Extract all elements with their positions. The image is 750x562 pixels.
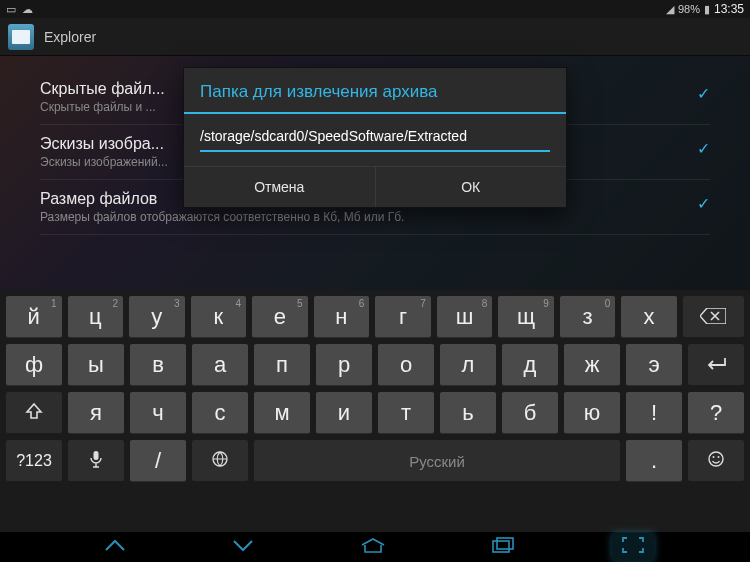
extract-path-input[interactable]: [200, 124, 550, 152]
globe-icon: [211, 448, 229, 474]
shift-icon: [25, 400, 43, 426]
setting-subtitle: Размеры файлов отображаются соответствен…: [40, 210, 710, 224]
language-key[interactable]: [192, 440, 248, 482]
key-letter[interactable]: 8ш: [437, 296, 493, 338]
key-letter[interactable]: ч: [130, 392, 186, 434]
key-letter[interactable]: ь: [440, 392, 496, 434]
cloud-icon: ☁: [22, 3, 33, 16]
backspace-icon: [700, 304, 726, 330]
svg-point-2: [709, 452, 723, 466]
cancel-button[interactable]: Отмена: [184, 167, 375, 207]
keyboard-row-3: я ч с м и т ь б ю ! ?: [6, 392, 744, 434]
svg-point-4: [718, 456, 720, 458]
svg-rect-0: [94, 451, 99, 460]
svg-rect-5: [493, 541, 509, 552]
key-letter[interactable]: ю: [564, 392, 620, 434]
key-letter[interactable]: т: [378, 392, 434, 434]
dialog-title: Папка для извлечения архива: [184, 68, 566, 112]
key-letter[interactable]: 7г: [375, 296, 431, 338]
dialog-divider: [184, 112, 566, 114]
backspace-key[interactable]: [683, 296, 744, 338]
hdd-icon: ▭: [6, 3, 16, 16]
keyboard-row-2: ф ы в а п р о л д ж э: [6, 344, 744, 386]
svg-rect-6: [497, 538, 513, 549]
key-letter[interactable]: о: [378, 344, 434, 386]
nav-back-up[interactable]: [96, 538, 134, 556]
symbols-key[interactable]: ?123: [6, 440, 62, 482]
ok-button[interactable]: ОК: [375, 167, 567, 207]
key-letter[interactable]: р: [316, 344, 372, 386]
key-letter[interactable]: а: [192, 344, 248, 386]
key-letter[interactable]: в: [130, 344, 186, 386]
nav-screenshot[interactable]: [612, 533, 654, 561]
key-letter[interactable]: л: [440, 344, 496, 386]
app-bar: Explorer: [0, 18, 750, 56]
key-letter[interactable]: 0з: [560, 296, 616, 338]
emoji-key[interactable]: [688, 440, 744, 482]
nav-back-down[interactable]: [224, 538, 262, 556]
signal-icon: ◢: [666, 3, 674, 16]
mic-icon: [89, 448, 103, 474]
key-letter[interactable]: м: [254, 392, 310, 434]
dot-key[interactable]: .: [626, 440, 682, 482]
key-letter[interactable]: п: [254, 344, 310, 386]
status-right: ◢ 98% ▮ 13:35: [666, 2, 744, 16]
check-icon: ✓: [697, 139, 710, 158]
key-letter[interactable]: э: [626, 344, 682, 386]
dialog-body: [184, 124, 566, 166]
navigation-bar: [0, 532, 750, 562]
key-letter[interactable]: ы: [68, 344, 124, 386]
soft-keyboard: 1й 2ц 3у 4к 5е 6н 7г 8ш 9щ 0з х ф ы в а …: [0, 290, 750, 532]
check-icon: ✓: [697, 84, 710, 103]
key-letter[interactable]: 5е: [252, 296, 308, 338]
keyboard-row-4: ?123 / Русский .: [6, 440, 744, 482]
nav-home[interactable]: [352, 537, 394, 557]
clock: 13:35: [714, 2, 744, 16]
space-key[interactable]: Русский: [254, 440, 620, 482]
enter-key[interactable]: [688, 344, 744, 386]
key-letter[interactable]: 2ц: [68, 296, 124, 338]
key-letter[interactable]: д: [502, 344, 558, 386]
extract-folder-dialog: Папка для извлечения архива Отмена ОК: [183, 67, 567, 208]
shift-key[interactable]: [6, 392, 62, 434]
screen: ▭ ☁ ◢ 98% ▮ 13:35 Explorer Скрытые файл.…: [0, 0, 750, 562]
key-letter[interactable]: и: [316, 392, 372, 434]
key-letter[interactable]: 9щ: [498, 296, 554, 338]
key-letter[interactable]: ж: [564, 344, 620, 386]
app-title: Explorer: [44, 29, 96, 45]
enter-icon: [703, 352, 729, 378]
app-icon[interactable]: [8, 24, 34, 50]
mic-key[interactable]: [68, 440, 124, 482]
slash-key[interactable]: /: [130, 440, 186, 482]
key-letter[interactable]: 4к: [191, 296, 247, 338]
smiley-icon: [707, 448, 725, 474]
key-letter[interactable]: ф: [6, 344, 62, 386]
key-letter[interactable]: х: [621, 296, 677, 338]
key-letter[interactable]: с: [192, 392, 248, 434]
key-letter[interactable]: 1й: [6, 296, 62, 338]
keyboard-row-1: 1й 2ц 3у 4к 5е 6н 7г 8ш 9щ 0з х: [6, 296, 744, 338]
key-letter[interactable]: ?: [688, 392, 744, 434]
key-letter[interactable]: б: [502, 392, 558, 434]
key-letter[interactable]: 3у: [129, 296, 185, 338]
check-icon: ✓: [697, 194, 710, 213]
key-letter[interactable]: я: [68, 392, 124, 434]
nav-recent[interactable]: [484, 537, 522, 557]
svg-point-3: [713, 456, 715, 458]
status-bar: ▭ ☁ ◢ 98% ▮ 13:35: [0, 0, 750, 18]
status-left: ▭ ☁: [6, 3, 33, 16]
battery-percent: 98%: [678, 3, 700, 15]
key-letter[interactable]: 6н: [314, 296, 370, 338]
battery-icon: ▮: [704, 3, 710, 16]
key-letter[interactable]: !: [626, 392, 682, 434]
dialog-buttons: Отмена ОК: [184, 166, 566, 207]
